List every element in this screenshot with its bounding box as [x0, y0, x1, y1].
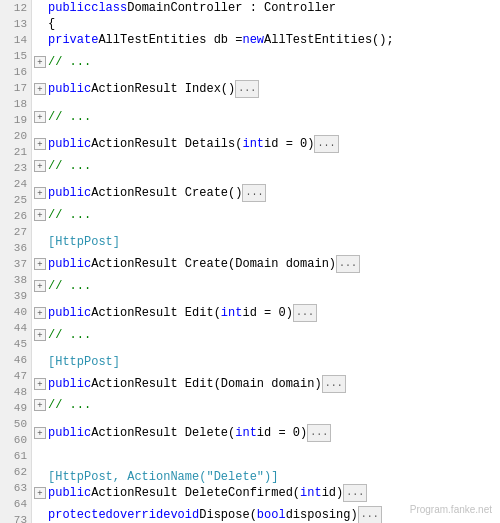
code-line: + // ... — [32, 54, 500, 70]
code-token-text: AllTestEntities db = — [98, 32, 242, 48]
code-token-kw: int — [221, 305, 243, 321]
line-number: 26 — [0, 208, 31, 224]
expand-button[interactable]: + — [34, 111, 46, 123]
expand-button[interactable]: + — [34, 83, 46, 95]
code-token-text: id = 0) — [264, 136, 314, 152]
code-line: + public ActionResult Edit(Domain domain… — [32, 376, 500, 392]
code-token-attr: [HttpPost, ActionName("Delete")] — [48, 469, 278, 485]
code-token-text: DomainController : Controller — [127, 0, 336, 16]
line-number: 50 — [0, 416, 31, 432]
line-number: 19 — [0, 112, 31, 128]
line-number: 46 — [0, 352, 31, 368]
code-token-comment: // ... — [48, 207, 91, 223]
code-area: public class DomainController : Controll… — [32, 0, 500, 523]
line-number: 15 — [0, 48, 31, 64]
expand-button[interactable]: + — [34, 160, 46, 172]
collapsed-indicator[interactable]: ... — [242, 184, 266, 202]
code-line: public class DomainController : Controll… — [32, 0, 500, 16]
collapsed-indicator[interactable]: ... — [307, 424, 331, 442]
line-number: 61 — [0, 448, 31, 464]
code-token-text: ActionResult DeleteConfirmed( — [91, 485, 300, 501]
code-line: + // ... — [32, 158, 500, 174]
code-token-kw: public — [48, 185, 91, 201]
code-token-text: ActionResult Delete( — [91, 425, 235, 441]
collapsed-indicator[interactable]: ... — [314, 135, 338, 153]
code-line: + // ... — [32, 207, 500, 223]
line-number: 12 — [0, 0, 31, 16]
code-token-kw: public — [48, 0, 91, 16]
code-token-kw: public — [48, 485, 91, 501]
code-token-kw: override — [113, 507, 171, 523]
line-number: 63 — [0, 480, 31, 496]
code-token-text: ActionResult Create() — [91, 185, 242, 201]
expand-button[interactable]: + — [34, 258, 46, 270]
line-number: 20 — [0, 128, 31, 144]
code-line: + public ActionResult Create(Domain doma… — [32, 256, 500, 272]
collapsed-indicator[interactable]: ... — [322, 375, 346, 393]
collapsed-indicator[interactable]: ... — [336, 255, 360, 273]
code-token-text: Dispose( — [199, 507, 257, 523]
expand-button[interactable]: + — [34, 399, 46, 411]
line-number: 13 — [0, 16, 31, 32]
line-number: 48 — [0, 384, 31, 400]
code-token-text: disposing) — [286, 507, 358, 523]
code-token-text: id = 0) — [242, 305, 292, 321]
code-container: 1213141516171819202123242526273637383940… — [0, 0, 500, 523]
expand-button[interactable]: + — [34, 487, 46, 499]
line-number: 37 — [0, 256, 31, 272]
code-line: + // ... — [32, 327, 500, 343]
code-token-kw: int — [300, 485, 322, 501]
expand-button[interactable]: + — [34, 280, 46, 292]
code-line: + public ActionResult DeleteConfirmed(in… — [32, 485, 500, 501]
code-token-kw: class — [91, 0, 127, 16]
code-token-comment: // ... — [48, 109, 91, 125]
expand-button[interactable]: + — [34, 138, 46, 150]
code-token-comment: // ... — [48, 158, 91, 174]
line-number: 18 — [0, 96, 31, 112]
line-number: 40 — [0, 304, 31, 320]
line-number: 38 — [0, 272, 31, 288]
code-line: [HttpPost, ActionName("Delete")] — [32, 469, 500, 485]
line-number: 44 — [0, 320, 31, 336]
expand-button[interactable]: + — [34, 307, 46, 319]
code-token-kw: int — [242, 136, 264, 152]
expand-button[interactable]: + — [34, 209, 46, 221]
collapsed-indicator[interactable]: ... — [343, 484, 367, 502]
expand-button[interactable]: + — [34, 56, 46, 68]
code-token-comment: // ... — [48, 397, 91, 413]
line-number: 17 — [0, 80, 31, 96]
code-token-kw: public — [48, 376, 91, 392]
collapsed-indicator[interactable]: ... — [235, 80, 259, 98]
code-line: + public ActionResult Edit(int id = 0)..… — [32, 305, 500, 321]
code-token-kw: new — [242, 32, 264, 48]
code-token-comment: // ... — [48, 54, 91, 70]
code-token-text: { — [48, 16, 55, 32]
code-line: + public ActionResult Details(int id = 0… — [32, 136, 500, 152]
code-token-kw: public — [48, 136, 91, 152]
line-number: 21 — [0, 144, 31, 160]
code-token-kw: public — [48, 305, 91, 321]
line-number: 64 — [0, 496, 31, 512]
code-token-text: ActionResult Edit( — [91, 305, 221, 321]
code-token-text: AllTestEntities(); — [264, 32, 394, 48]
code-token-kw: bool — [257, 507, 286, 523]
code-line: + public ActionResult Create()... — [32, 185, 500, 201]
code-token-text: id = 0) — [257, 425, 307, 441]
line-number: 49 — [0, 400, 31, 416]
code-line: [HttpPost] — [32, 354, 500, 370]
collapsed-indicator[interactable]: ... — [358, 506, 382, 523]
code-token-attr: [HttpPost] — [48, 354, 120, 370]
collapsed-indicator[interactable]: ... — [293, 304, 317, 322]
line-number: 39 — [0, 288, 31, 304]
expand-button[interactable]: + — [34, 427, 46, 439]
expand-button[interactable]: + — [34, 378, 46, 390]
line-number: 23 — [0, 160, 31, 176]
code-token-kw: void — [170, 507, 199, 523]
code-line: + public ActionResult Delete(int id = 0)… — [32, 425, 500, 441]
expand-button[interactable]: + — [34, 187, 46, 199]
line-number: 47 — [0, 368, 31, 384]
line-number: 45 — [0, 336, 31, 352]
code-token-text: id) — [322, 485, 344, 501]
code-token-kw: private — [48, 32, 98, 48]
expand-button[interactable]: + — [34, 329, 46, 341]
